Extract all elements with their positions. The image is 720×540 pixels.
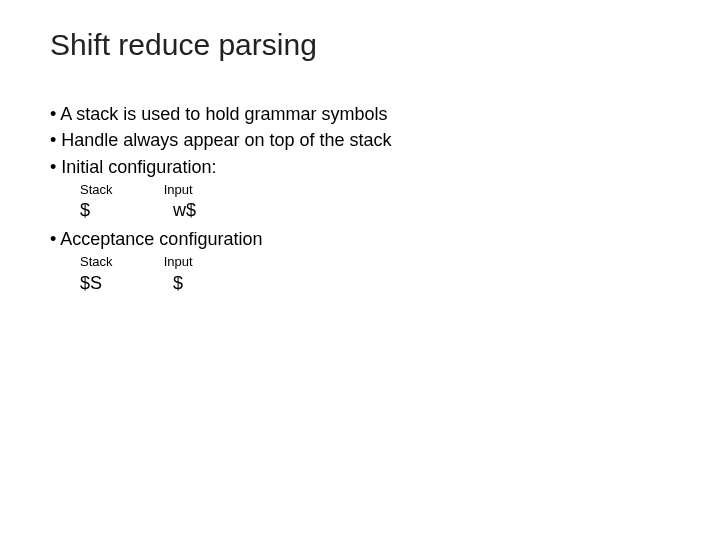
- bullet-item: Handle always appear on top of the stack: [50, 128, 670, 152]
- acceptance-input: $: [173, 271, 183, 295]
- slide-title: Shift reduce parsing: [50, 28, 670, 62]
- initial-input: w$: [173, 198, 196, 222]
- initial-stack: $: [80, 198, 168, 222]
- acceptance-stack: $S: [80, 271, 168, 295]
- bullet-item: A stack is used to hold grammar symbols: [50, 102, 670, 126]
- config-header: Stack Input: [80, 253, 670, 271]
- slide: Shift reduce parsing A stack is used to …: [0, 0, 720, 540]
- acceptance-config: Stack Input $S $: [80, 253, 670, 295]
- header-input: Input: [164, 253, 193, 271]
- config-row: $ w$: [80, 198, 670, 222]
- header-stack: Stack: [80, 181, 160, 199]
- bullet-item: Acceptance configuration: [50, 227, 670, 251]
- bullet-item: Initial configuration:: [50, 155, 670, 179]
- config-row: $S $: [80, 271, 670, 295]
- config-header: Stack Input: [80, 181, 670, 199]
- initial-config: Stack Input $ w$: [80, 181, 670, 223]
- slide-body: A stack is used to hold grammar symbols …: [50, 102, 670, 295]
- header-stack: Stack: [80, 253, 160, 271]
- header-input: Input: [164, 181, 193, 199]
